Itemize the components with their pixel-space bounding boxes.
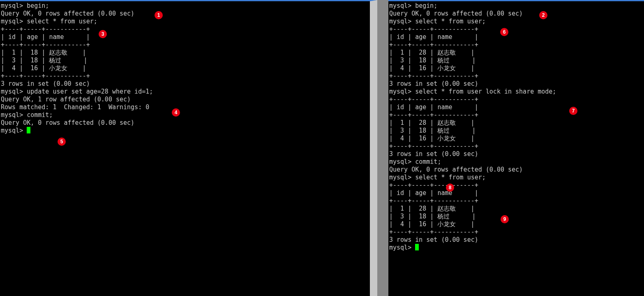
- terminal-line: Query OK, 0 rows affected (0.00 sec): [389, 166, 643, 174]
- terminal-line: Query OK, 0 rows affected (0.00 sec): [389, 10, 643, 18]
- terminal-line: +----+-----+-----------+: [389, 197, 643, 205]
- terminal-line: | 3 | 18 | 杨过 |: [389, 127, 643, 135]
- terminal-line: | 4 | 16 | 小龙女 |: [389, 220, 643, 228]
- terminal-line: +----+-----+-----------+: [389, 72, 643, 80]
- terminal-line: 3 rows in set (0.00 sec): [389, 80, 643, 88]
- annotation-badge-4: 4: [172, 108, 180, 117]
- cursor: [415, 244, 419, 250]
- terminal-line: mysql>: [1, 127, 369, 135]
- annotation-badge-7: 7: [569, 107, 577, 115]
- terminal-line: +----+-----+-----------+: [389, 25, 643, 33]
- terminal-line: mysql> select * from user;: [389, 18, 643, 25]
- terminal-line: | 4 | 16 | 小龙女 |: [389, 64, 643, 72]
- terminal-line: +----+-----+-----------+: [389, 181, 643, 189]
- annotation-badge-5: 5: [58, 138, 66, 146]
- terminal-line: +----+-----+-----------+: [389, 111, 643, 119]
- terminal-line: Rows matched: 1 Changed: 1 Warnings: 0: [1, 103, 369, 111]
- terminal-line: mysql>: [389, 244, 643, 252]
- terminal-right[interactable]: mysql> begin;Query OK, 0 rows affected (…: [388, 0, 644, 296]
- terminal-line: +----+-----+-----------+: [1, 72, 369, 80]
- terminal-line: mysql> select * from user;: [389, 174, 643, 181]
- terminal-left[interactable]: mysql> begin;Query OK, 0 rows affected (…: [0, 0, 377, 296]
- terminal-line: | id | age | name |: [389, 103, 643, 111]
- terminal-line: mysql> select * from user lock in share …: [389, 88, 643, 96]
- terminal-line: | id | age | name |: [1, 33, 369, 41]
- terminal-line: 3 rows in set (0.00 sec): [1, 80, 369, 88]
- terminal-line: mysql> begin;: [389, 2, 643, 10]
- annotation-badge-6: 6: [500, 28, 508, 36]
- annotation-badge-8: 8: [446, 184, 454, 192]
- annotation-badge-9: 9: [501, 215, 509, 223]
- terminal-line: mysql> commit;: [1, 111, 369, 119]
- terminal-line: mysql> commit;: [389, 158, 643, 166]
- terminal-line: | 1 | 28 | 赵志敬 |: [389, 49, 643, 57]
- terminal-line: | 1 | 18 | 赵志敬 |: [1, 49, 369, 57]
- terminal-line: | 1 | 28 | 赵志敬 |: [389, 205, 643, 213]
- terminal-line: | id | age | name |: [389, 33, 643, 41]
- cursor: [27, 127, 30, 133]
- annotation-badge-2: 2: [539, 11, 547, 19]
- terminal-line: Query OK, 1 row affected (0.00 sec): [1, 96, 369, 103]
- terminal-line: 3 rows in set (0.00 sec): [389, 236, 643, 244]
- terminal-line: +----+-----+-----------+: [1, 25, 369, 33]
- terminal-line: +----+-----+-----------+: [389, 96, 643, 103]
- terminal-line: +----+-----+-----------+: [389, 228, 643, 236]
- terminal-line: mysql> begin;: [1, 2, 369, 10]
- terminal-line: | 3 | 18 | 杨过 |: [389, 57, 643, 64]
- terminal-line: | 1 | 28 | 赵志敬 |: [389, 119, 643, 127]
- terminal-line: +----+-----+-----------+: [1, 41, 369, 49]
- annotation-badge-1: 1: [155, 11, 163, 19]
- terminal-line: Query OK, 0 rows affected (0.00 sec): [1, 119, 369, 127]
- annotation-badge-3: 3: [99, 30, 107, 38]
- terminal-line: | 3 | 18 | 杨过 |: [1, 57, 369, 64]
- terminal-line: 3 rows in set (0.00 sec): [389, 150, 643, 158]
- pane-divider: [377, 0, 388, 296]
- terminal-line: | 3 | 18 | 杨过 |: [389, 213, 643, 220]
- terminal-line: | 4 | 16 | 小龙女 |: [389, 135, 643, 142]
- terminal-line: | 4 | 16 | 小龙女 |: [1, 64, 369, 72]
- terminal-line: +----+-----+-----------+: [389, 142, 643, 150]
- terminal-line: | id | age | name |: [389, 189, 643, 197]
- terminal-line: Query OK, 0 rows affected (0.00 sec): [1, 10, 369, 18]
- terminal-line: +----+-----+-----------+: [389, 41, 643, 49]
- terminal-line: mysql> update user set age=28 where id=1…: [1, 88, 369, 96]
- terminal-line: mysql> select * from user;: [1, 18, 369, 25]
